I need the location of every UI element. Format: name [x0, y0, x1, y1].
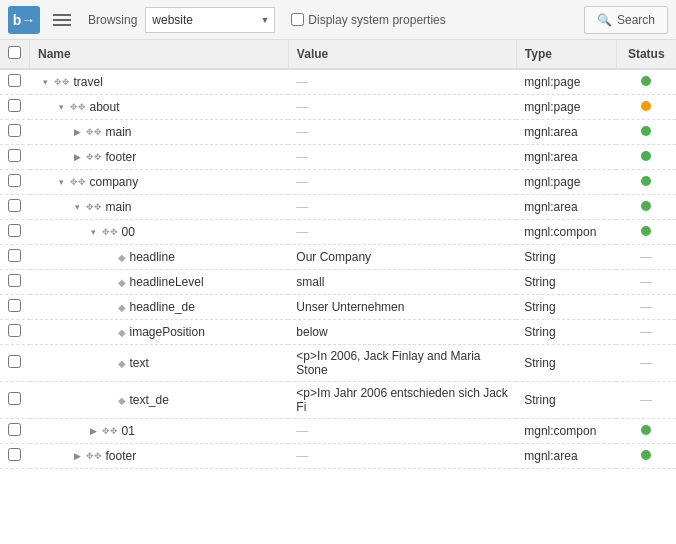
table-header: Name Value Type Status: [0, 40, 676, 69]
row-value-cell: Our Company: [288, 245, 516, 270]
search-button[interactable]: 🔍 Search: [584, 6, 668, 34]
row-checkbox-cell: [0, 69, 30, 95]
row-status-cell: —: [616, 320, 676, 345]
row-checkbox-cell: [0, 170, 30, 195]
row-status-cell: [616, 145, 676, 170]
table-container: Name Value Type Status ▾✥✥travel—mgnl:pa…: [0, 40, 676, 544]
row-name-text[interactable]: footer: [106, 449, 137, 463]
status-dash: —: [640, 393, 652, 407]
expand-icon[interactable]: ▶: [72, 127, 84, 137]
table-row: ◆headlineOur CompanyString—: [0, 245, 676, 270]
menu-line: [53, 14, 71, 16]
row-status-cell: —: [616, 295, 676, 320]
row-checkbox[interactable]: [8, 74, 21, 87]
row-checkbox[interactable]: [8, 224, 21, 237]
row-checkbox[interactable]: [8, 392, 21, 405]
row-name-cell: ▶✥✥main: [30, 120, 289, 145]
row-value-dash: —: [296, 449, 308, 463]
status-dot-orange: [641, 101, 651, 111]
table-row: ▾✥✥00—mgnl:compon: [0, 220, 676, 245]
row-checkbox[interactable]: [8, 355, 21, 368]
row-type-cell: mgnl:compon: [516, 419, 616, 444]
column-header-name: Name: [30, 40, 289, 69]
select-all-checkbox[interactable]: [8, 46, 21, 59]
status-dot-green: [641, 126, 651, 136]
table-row: ◆text<p>In 2006, Jack Finlay and Maria S…: [0, 345, 676, 382]
row-name-text[interactable]: text_de: [130, 393, 169, 407]
table-row: ▾✥✥company—mgnl:page: [0, 170, 676, 195]
row-name-text[interactable]: imagePosition: [130, 325, 205, 339]
row-name-text[interactable]: headlineLevel: [130, 275, 204, 289]
row-checkbox[interactable]: [8, 249, 21, 262]
row-name-cell: ◆headline_de: [30, 295, 289, 320]
row-checkbox[interactable]: [8, 299, 21, 312]
row-value-dash: —: [296, 225, 308, 239]
row-status-cell: [616, 170, 676, 195]
column-header-value: Value: [288, 40, 516, 69]
logo-button[interactable]: b→: [8, 6, 40, 34]
row-value-cell: Unser Unternehmen: [288, 295, 516, 320]
row-name-text[interactable]: company: [90, 175, 139, 189]
expand-icon[interactable]: ▶: [88, 426, 100, 436]
status-dot-green: [641, 450, 651, 460]
row-name-text[interactable]: headline: [130, 250, 175, 264]
row-checkbox[interactable]: [8, 274, 21, 287]
expand-icon[interactable]: ▾: [72, 202, 84, 212]
table-body: ▾✥✥travel—mgnl:page▾✥✥about—mgnl:page▶✥✥…: [0, 69, 676, 469]
header-checkbox-cell: [0, 40, 30, 69]
row-status-cell: —: [616, 270, 676, 295]
row-name-text[interactable]: 00: [122, 225, 135, 239]
row-value-dash: —: [296, 150, 308, 164]
row-checkbox[interactable]: [8, 423, 21, 436]
row-checkbox[interactable]: [8, 324, 21, 337]
display-system-properties-label[interactable]: Display system properties: [308, 13, 445, 27]
row-checkbox[interactable]: [8, 174, 21, 187]
row-name-text[interactable]: main: [106, 200, 132, 214]
expand-icon[interactable]: ▾: [88, 227, 100, 237]
expand-icon[interactable]: ▶: [72, 451, 84, 461]
row-value-cell: —: [288, 95, 516, 120]
row-name-text[interactable]: text: [130, 356, 149, 370]
row-checkbox[interactable]: [8, 99, 21, 112]
row-name-cell: ▶✥✥footer: [30, 444, 289, 469]
row-name-cell: ◆imagePosition: [30, 320, 289, 345]
table-row: ◆headlineLevelsmallString—: [0, 270, 676, 295]
menu-line: [53, 24, 71, 26]
row-type-cell: mgnl:compon: [516, 220, 616, 245]
expand-icon[interactable]: ▶: [72, 152, 84, 162]
row-name-text[interactable]: travel: [74, 75, 103, 89]
row-name-text[interactable]: 01: [122, 424, 135, 438]
row-name-text[interactable]: main: [106, 125, 132, 139]
workspace-select-wrapper: website dam: [145, 7, 275, 33]
row-value-dash: —: [296, 175, 308, 189]
row-status-cell: —: [616, 245, 676, 270]
status-dash: —: [640, 250, 652, 264]
row-name-text[interactable]: footer: [106, 150, 137, 164]
node-icon: ✥✥: [70, 177, 86, 187]
row-checkbox-cell: [0, 95, 30, 120]
row-name-text[interactable]: headline_de: [130, 300, 195, 314]
display-system-properties-container: Display system properties: [291, 13, 445, 27]
node-icon: ✥✥: [86, 202, 102, 212]
row-checkbox[interactable]: [8, 149, 21, 162]
menu-button[interactable]: [48, 6, 76, 34]
row-value-dash: —: [296, 200, 308, 214]
row-type-cell: mgnl:page: [516, 170, 616, 195]
row-value-cell: —: [288, 120, 516, 145]
display-system-properties-checkbox[interactable]: [291, 13, 304, 26]
row-checkbox[interactable]: [8, 124, 21, 137]
node-icon: ✥✥: [86, 451, 102, 461]
expand-icon[interactable]: ▾: [56, 177, 68, 187]
row-checkbox[interactable]: [8, 448, 21, 461]
row-checkbox[interactable]: [8, 199, 21, 212]
row-type-cell: mgnl:area: [516, 145, 616, 170]
row-value-cell: <p>Im Jahr 2006 entschieden sich Jack Fi: [288, 382, 516, 419]
status-dash: —: [640, 325, 652, 339]
row-checkbox-cell: [0, 120, 30, 145]
workspace-select[interactable]: website dam: [145, 7, 275, 33]
row-status-cell: [616, 195, 676, 220]
expand-icon[interactable]: ▾: [56, 102, 68, 112]
expand-icon[interactable]: ▾: [40, 77, 52, 87]
diamond-icon: ◆: [118, 252, 126, 263]
row-name-text[interactable]: about: [90, 100, 120, 114]
